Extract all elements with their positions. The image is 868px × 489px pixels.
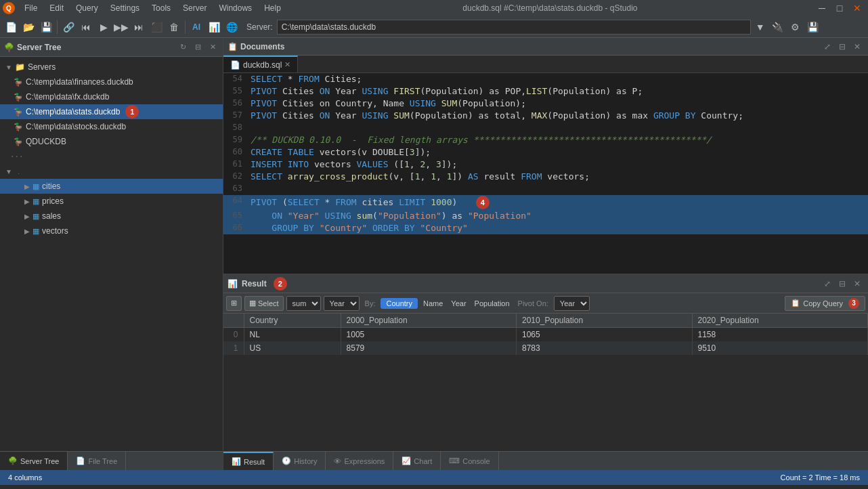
sql-tab-close[interactable]: ✕ xyxy=(284,60,290,69)
tab-server-tree[interactable]: 🌳 Server Tree xyxy=(0,452,68,470)
connect-btn[interactable]: 🔗 xyxy=(60,19,77,35)
tree-item-dot[interactable]: ▼ . xyxy=(0,164,223,179)
code-line-58: 58 xyxy=(223,122,868,134)
doc-layout-btn[interactable]: ⊟ xyxy=(836,40,849,54)
db-icon-stats: 🦆 xyxy=(14,108,23,116)
tree-item-stocks[interactable]: 🦆 C:\temp\data\stocks.duckdb xyxy=(0,119,223,134)
tree-item-finances[interactable]: 🦆 C:\temp\data\finances.duckdb xyxy=(0,75,223,89)
sales-label: sales xyxy=(42,211,61,221)
doc-expand-btn[interactable]: ⤢ xyxy=(821,40,834,54)
cities-label: cities xyxy=(42,182,60,191)
refresh-tree-btn[interactable]: ↻ xyxy=(177,41,189,54)
tab-result[interactable]: 📊 Result xyxy=(223,452,274,470)
tab-console[interactable]: ⌨ Console xyxy=(441,452,498,470)
code-line-62: 62 SELECT array_cross_product(v, [1, 1, … xyxy=(223,171,868,183)
app-logo: Q xyxy=(3,2,15,14)
sep2 xyxy=(185,20,186,34)
expressions-tab-label: Expressions xyxy=(344,457,385,465)
left-panel: 🌳 Server Tree ↻ ⊟ ✕ ▼ 📁 Servers 🦆 C:\tem… xyxy=(0,38,223,470)
chart-btn[interactable]: 📊 xyxy=(206,19,222,35)
console-tab-label: Console xyxy=(462,457,490,465)
tree-item-prices[interactable]: ▶ ▦ prices xyxy=(0,194,223,209)
menu-tools[interactable]: Tools xyxy=(146,2,176,14)
server-tree-icon: 🌳 xyxy=(4,43,14,52)
menu-edit[interactable]: Edit xyxy=(44,2,69,14)
result-expand-btn[interactable]: ⤢ xyxy=(821,277,834,291)
aggregate-select[interactable]: sum xyxy=(286,296,321,311)
result-table-wrap: Country 2000_Population 2010_Population … xyxy=(223,314,868,451)
table-header-row: Country 2000_Population 2010_Population … xyxy=(223,314,868,328)
globe-btn[interactable]: 🌐 xyxy=(223,19,240,35)
menu-settings[interactable]: Settings xyxy=(105,2,145,14)
table-row: 1 US 8579 8783 9510 xyxy=(223,341,868,355)
maximize-btn[interactable]: □ xyxy=(831,0,848,16)
code-line-56: 56 PIVOT Cities on Country, Name USING S… xyxy=(223,98,868,110)
run-btn[interactable]: ▶ xyxy=(95,19,112,35)
doc-close-btn[interactable]: ✕ xyxy=(850,40,864,54)
run-all-btn[interactable]: ▶▶ xyxy=(113,19,129,35)
minimize-btn[interactable]: ─ xyxy=(814,0,830,16)
menu-query[interactable]: Query xyxy=(70,2,104,14)
year-select[interactable]: Year xyxy=(324,296,360,311)
result-table: Country 2000_Population 2010_Population … xyxy=(223,314,868,355)
prices-label: prices xyxy=(42,196,64,206)
tree-layout-btn[interactable]: ⊟ xyxy=(192,41,204,54)
tree-item-vectors[interactable]: ▶ ▦ vectors xyxy=(0,224,223,238)
run-first-btn[interactable]: ⏮ xyxy=(78,19,94,35)
result-tab-icon: 📊 xyxy=(232,457,241,466)
chart-tab-label: Chart xyxy=(414,457,432,465)
tab-expressions[interactable]: 👁 Expressions xyxy=(326,452,393,470)
new-file-btn[interactable]: 📄 xyxy=(3,19,19,35)
col-header-pop2000: 2000_Population xyxy=(341,314,516,328)
save-btn[interactable]: 💾 xyxy=(38,19,54,35)
code-line-64: 64 PIVOT (SELECT * FROM cities LIMIT 100… xyxy=(223,195,868,210)
server-settings-btn[interactable]: ⚙ xyxy=(787,19,804,35)
server-save-btn[interactable]: 💾 xyxy=(805,19,821,35)
tab-history[interactable]: 🕐 History xyxy=(274,452,326,470)
result-grid-btn[interactable]: ⊞ xyxy=(226,296,242,311)
col-year: Year xyxy=(448,299,469,307)
tab-chart[interactable]: 📈 Chart xyxy=(393,452,441,470)
tree-item-fx[interactable]: 🦆 C:\temp\data\fx.duckdb xyxy=(0,89,223,104)
code-line-66: 66 GROUP BY "Country" ORDER BY "Country" xyxy=(223,222,868,234)
stop-btn[interactable]: ⬛ xyxy=(148,19,165,35)
ai-btn[interactable]: AI xyxy=(188,19,204,35)
code-editor[interactable]: 54 SELECT * FROM Cities; 55 PIVOT Cities… xyxy=(223,73,868,274)
tree-item-servers[interactable]: ▼ 📁 Servers xyxy=(0,60,223,75)
clear-btn[interactable]: 🗑 xyxy=(166,19,182,35)
result-select-btn[interactable]: ▦ Select xyxy=(244,296,284,311)
col-header-index xyxy=(223,314,244,328)
doc-icon: 📋 xyxy=(227,42,238,51)
tree-item-sales[interactable]: ▶ ▦ sales xyxy=(0,209,223,224)
menu-server[interactable]: Server xyxy=(177,2,212,14)
menu-file[interactable]: File xyxy=(19,2,43,14)
menu-windows[interactable]: Windows xyxy=(213,2,257,14)
run-fast-btn[interactable]: ⏭ xyxy=(131,19,147,35)
code-line-55: 55 PIVOT Cities ON Year USING FIRST(Popu… xyxy=(223,85,868,98)
editor-tabs: 📄 duckdb.sql ✕ xyxy=(223,56,868,73)
more-dots: ··· xyxy=(5,149,29,163)
expand-arrow-dot: ▼ xyxy=(5,168,12,175)
result-toolbar: ⊞ ▦ Select sum Year By: Country Name Yea… xyxy=(223,293,868,314)
tree-item-stats[interactable]: 🦆 C:\temp\data\stats.duckdb 1 xyxy=(0,104,223,119)
pivot-year-select[interactable]: Year xyxy=(554,296,590,311)
table-icon-prices: ▦ xyxy=(32,197,39,206)
open-btn[interactable]: 📂 xyxy=(20,19,37,35)
close-btn[interactable]: ✕ xyxy=(849,0,865,16)
server-dropdown-btn[interactable]: ▼ xyxy=(752,19,768,35)
main-toolbar: 📄 📂 💾 🔗 ⏮ ▶ ▶▶ ⏭ ⬛ 🗑 AI 📊 🌐 Server: ▼ 🔌 … xyxy=(0,16,868,38)
server-connect-btn[interactable]: 🔌 xyxy=(770,19,786,35)
close-tree-btn[interactable]: ✕ xyxy=(207,41,219,54)
result-close-btn[interactable]: ✕ xyxy=(850,277,864,291)
tree-item-qduckdb[interactable]: 🦆 QDUCKDB xyxy=(0,134,223,149)
server-input[interactable] xyxy=(277,20,751,35)
row-1-country: US xyxy=(244,341,341,355)
tab-file-tree[interactable]: 📄 File Tree xyxy=(68,452,126,470)
tab-duckdb-sql[interactable]: 📄 duckdb.sql ✕ xyxy=(223,56,298,72)
tree-item-cities[interactable]: ▶ ▦ cities xyxy=(0,179,223,194)
result-layout-btn[interactable]: ⊟ xyxy=(836,277,849,291)
code-line-60: 60 CREATE TABLE vectors(v DOUBLE[3]); xyxy=(223,146,868,158)
menu-help[interactable]: Help xyxy=(259,2,286,14)
copy-query-btn[interactable]: 📋 Copy Query 3 xyxy=(785,296,865,311)
server-tree-tab-label: Server Tree xyxy=(20,457,59,465)
